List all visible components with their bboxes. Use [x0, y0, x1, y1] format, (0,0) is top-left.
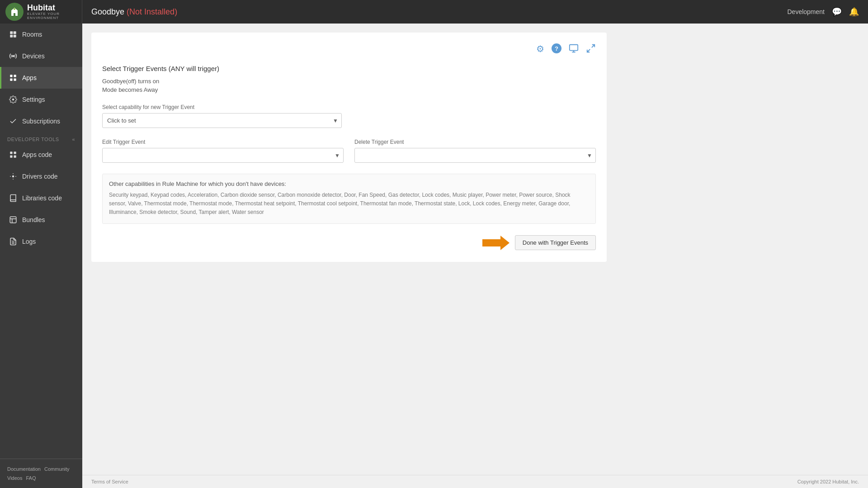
svg-marker-25 [482, 236, 509, 250]
svg-point-14 [12, 175, 14, 178]
sidebar-item-drivers-code[interactable]: Drivers code [0, 166, 82, 187]
main-content: ⚙ ? Select Trigger Events (ANY will trig… [82, 24, 868, 488]
trigger-info-line1: Goodbye(off) turns on [102, 78, 596, 85]
monitor-icon[interactable] [569, 43, 579, 56]
svg-point-0 [14, 8, 15, 10]
documentation-link[interactable]: Documentation [7, 466, 41, 472]
videos-link[interactable]: Videos [7, 475, 22, 481]
collapse-icon[interactable]: « [72, 137, 75, 142]
brand-name: Hubitat [27, 4, 76, 12]
terms-of-service-link[interactable]: Terms of Service [91, 479, 128, 484]
delete-trigger-select-wrapper: ▼ [354, 148, 596, 163]
panel-header-icons: ⚙ ? [102, 43, 596, 56]
svg-rect-13 [14, 156, 16, 158]
svg-rect-2 [14, 31, 16, 34]
main-layout: Rooms Devices Apps Settings Subscription [0, 24, 868, 488]
svg-line-24 [587, 49, 590, 52]
delete-trigger-label: Delete Trigger Event [354, 139, 596, 145]
sidebar-item-apps-code[interactable]: Apps code [0, 144, 82, 166]
apps-code-icon [9, 150, 18, 159]
content-panel: ⚙ ? Select Trigger Events (ANY will trig… [91, 33, 607, 262]
svg-rect-8 [10, 79, 12, 81]
libraries-code-icon [9, 194, 18, 203]
edit-trigger-select-wrapper: ▼ [102, 148, 344, 163]
subscriptions-icon [9, 117, 18, 126]
done-trigger-events-button[interactable]: Done with Trigger Events [515, 235, 596, 250]
developer-tools-divider: Developer tools « [0, 132, 82, 144]
sidebar-item-libraries-code[interactable]: Libraries code [0, 187, 82, 209]
capability-label: Select capability for new Trigger Event [102, 104, 596, 110]
capability-select[interactable]: Click to set [102, 113, 342, 128]
rooms-icon [9, 30, 18, 39]
sidebar-footer: Documentation Community Videos FAQ [0, 459, 82, 488]
devices-icon [9, 52, 18, 61]
svg-point-5 [12, 55, 14, 57]
bundles-icon [9, 215, 18, 224]
rooms-label: Rooms [22, 31, 42, 38]
trigger-events-section: Select Trigger Events (ANY will trigger)… [102, 65, 596, 93]
sidebar-item-settings[interactable]: Settings [0, 89, 82, 110]
sidebar-item-devices[interactable]: Devices [0, 45, 82, 67]
svg-rect-12 [10, 156, 12, 158]
settings-icon [9, 95, 18, 104]
sidebar-item-apps[interactable]: Apps [0, 67, 82, 89]
faq-link[interactable]: FAQ [26, 475, 36, 481]
edit-trigger-select[interactable] [102, 148, 344, 163]
top-header: Hubitat Elevate Your Environment Goodbye… [0, 0, 868, 24]
brand-tagline: Elevate Your Environment [27, 12, 76, 20]
done-area: Done with Trigger Events [102, 235, 596, 251]
sidebar-item-logs[interactable]: Logs [0, 231, 82, 252]
sidebar-item-subscriptions[interactable]: Subscriptions [0, 110, 82, 132]
svg-rect-4 [14, 35, 16, 38]
sidebar: Rooms Devices Apps Settings Subscription [0, 24, 82, 488]
expand-icon[interactable] [586, 43, 596, 56]
chat-icon[interactable]: 💬 [832, 7, 842, 17]
svg-rect-20 [570, 45, 578, 51]
capability-select-wrapper: Click to set ▼ [102, 113, 342, 128]
bundles-label: Bundles [22, 216, 45, 223]
gear-icon[interactable]: ⚙ [536, 43, 544, 56]
svg-rect-9 [14, 79, 16, 81]
svg-rect-10 [10, 152, 12, 154]
libraries-code-label: Libraries code [22, 194, 62, 202]
delete-trigger-select[interactable] [354, 148, 596, 163]
apps-label: Apps [22, 74, 37, 81]
logs-label: Logs [22, 238, 36, 245]
not-installed-badge: (Not Installed) [127, 7, 177, 16]
page-title-area: Goodbye (Not Installed) [82, 7, 788, 17]
svg-rect-11 [14, 152, 16, 154]
copyright-text: Copyright 2022 Hubitat, Inc. [797, 479, 859, 484]
drivers-code-label: Drivers code [22, 173, 58, 180]
header-right: Development 💬 🔔 [788, 7, 868, 17]
sidebar-item-bundles[interactable]: Bundles [0, 209, 82, 231]
edit-trigger-col: Edit Trigger Event ▼ [102, 139, 344, 163]
other-capabilities-section: Other capabilities in Rule Machine for w… [102, 174, 596, 224]
other-capabilities-text: Security keypad, Keypad codes, Accelerat… [109, 191, 589, 217]
logo-text: Hubitat Elevate Your Environment [27, 4, 76, 20]
drivers-code-icon [9, 172, 18, 181]
delete-trigger-col: Delete Trigger Event ▼ [354, 139, 596, 163]
svg-rect-7 [14, 75, 16, 77]
svg-rect-3 [10, 35, 13, 38]
apps-icon [9, 73, 18, 82]
trigger-info-line2: Mode becomes Away [102, 86, 596, 93]
logs-icon [9, 237, 18, 246]
settings-label: Settings [22, 96, 45, 103]
page-title: Goodbye [91, 7, 124, 16]
other-capabilities-title: Other capabilities in Rule Machine for w… [109, 180, 589, 187]
sidebar-item-rooms[interactable]: Rooms [0, 24, 82, 45]
svg-line-23 [592, 45, 594, 47]
svg-rect-6 [10, 75, 12, 77]
svg-rect-1 [10, 31, 13, 34]
bell-icon[interactable]: 🔔 [849, 7, 859, 17]
orange-arrow-icon [482, 235, 509, 251]
section-title: Select Trigger Events (ANY will trigger) [102, 65, 596, 72]
help-icon[interactable]: ? [552, 43, 561, 53]
devices-label: Devices [22, 52, 45, 60]
community-link[interactable]: Community [44, 466, 70, 472]
environment-label: Development [788, 8, 825, 15]
capability-select-section: Select capability for new Trigger Event … [102, 104, 596, 128]
bottom-footer: Terms of Service Copyright 2022 Hubitat,… [82, 475, 868, 488]
svg-rect-15 [10, 217, 16, 223]
apps-code-label: Apps code [22, 151, 52, 158]
